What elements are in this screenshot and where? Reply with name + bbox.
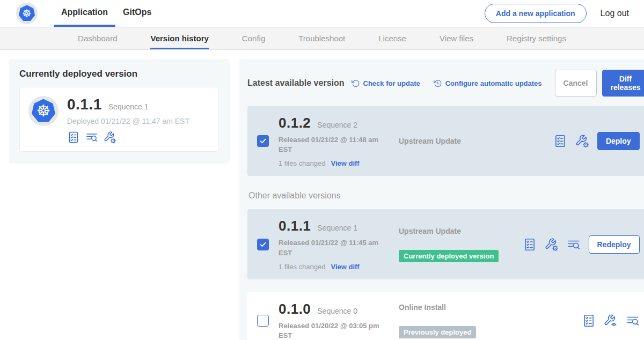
version-checkbox-0.1.2[interactable] (257, 135, 269, 147)
top-tab-gitops[interactable]: GitOps (115, 0, 159, 27)
configure-automatic-updates-link[interactable]: Configure automatic updates (433, 79, 542, 88)
version-number: 0.1.0 (279, 301, 311, 317)
status-badge: Previously deployed (399, 326, 476, 338)
version-row-0.1.0: 0.1.0Sequence 0Released 01/20/22 @ 03:05… (247, 292, 644, 340)
latest-available-title: Latest available version (247, 78, 345, 88)
top-tab-application[interactable]: Application (54, 0, 115, 27)
top-nav: ☸ ApplicationGitOps Add a new applicatio… (0, 0, 644, 27)
view-files-icon[interactable] (85, 131, 98, 144)
version-source-label: Upstream Update (399, 137, 548, 145)
check-for-update-link[interactable]: Check for update (351, 79, 420, 88)
available-versions-panel: Latest available version Check for updat… (239, 59, 644, 340)
release-timestamp: Released 01/20/22 @ 03:05 pm EST (279, 321, 383, 340)
subnav-item-license[interactable]: License (378, 27, 406, 49)
deployed-version-number: 0.1.1 (67, 96, 102, 113)
top-tabs: ApplicationGitOps (54, 0, 159, 27)
latest-version-list: 0.1.2Sequence 2Released 01/21/22 @ 11:48… (247, 106, 644, 176)
files-changed-label: 1 files changed (279, 159, 325, 167)
deployed-icon-row (67, 131, 189, 144)
main-content: Currently deployed version ☸ 0.1.1 Seque… (0, 50, 644, 340)
version-number: 0.1.2 (279, 115, 311, 131)
subnav-item-troubleshoot[interactable]: Troubleshoot (298, 27, 345, 49)
view-diff-link[interactable]: View diff (331, 263, 359, 271)
release-notes-icon[interactable] (523, 238, 537, 252)
subnav-item-registry-settings[interactable]: Registry settings (507, 27, 566, 49)
version-number: 0.1.1 (279, 218, 311, 234)
sequence-label: Sequence 2 (317, 121, 357, 129)
panel-header: Latest available version Check for updat… (247, 70, 644, 97)
release-timestamp: Released 01/21/22 @ 11:48 am EST (279, 135, 383, 154)
view-config-icon[interactable] (604, 314, 618, 328)
diff-releases-button[interactable]: Diff releases (602, 70, 644, 97)
release-notes-icon[interactable] (582, 314, 596, 328)
version-checkbox-0.1.1[interactable] (257, 239, 269, 250)
subnav-item-config[interactable]: Config (242, 27, 265, 49)
subnav-item-dashboard[interactable]: Dashboard (78, 27, 117, 49)
redeploy-button[interactable]: Redeploy (589, 235, 640, 254)
schedule-refresh-icon (433, 79, 442, 88)
kubernetes-wheel-icon: ☸ (32, 99, 56, 123)
deployed-version-card: ☸ 0.1.1 Sequence 1 Deployed 01/21/22 @ 1… (19, 87, 219, 152)
release-notes-icon[interactable] (553, 134, 567, 148)
view-diff-link[interactable]: View diff (331, 159, 359, 167)
logout-link[interactable]: Log out (601, 9, 629, 18)
version-source-label: Online Install (399, 303, 576, 312)
files-changed-label: 1 files changed (279, 263, 325, 271)
deployed-sequence-label: Sequence 1 (108, 102, 149, 111)
sub-nav: DashboardVersion historyConfigTroublesho… (0, 27, 644, 50)
deploy-button[interactable]: Deploy (597, 132, 640, 150)
cancel-button[interactable]: Cancel (555, 70, 597, 97)
deployed-card-title: Currently deployed version (19, 69, 219, 79)
currently-deployed-card: Currently deployed version ☸ 0.1.1 Seque… (9, 59, 230, 164)
refresh-icon (351, 79, 360, 88)
status-badge: Currently deployed version (399, 250, 499, 262)
kubernetes-wheel-icon: ☸ (19, 5, 35, 22)
app-logo: ☸ (16, 0, 38, 27)
edit-config-icon[interactable] (545, 238, 559, 252)
release-notes-icon[interactable] (67, 131, 80, 144)
other-version-list: 0.1.1Sequence 1Released 01/21/22 @ 11:45… (247, 209, 644, 340)
edit-config-icon[interactable] (575, 134, 589, 148)
version-row-0.1.1: 0.1.1Sequence 1Released 01/21/22 @ 11:45… (247, 209, 644, 279)
sequence-label: Sequence 1 (317, 224, 357, 232)
edit-config-icon[interactable] (104, 131, 116, 144)
release-timestamp: Released 01/21/22 @ 11:45 am EST (279, 238, 383, 257)
version-checkbox-0.1.0[interactable] (257, 315, 269, 327)
view-files-icon[interactable] (626, 314, 640, 328)
subnav-item-version-history[interactable]: Version history (150, 27, 208, 49)
add-application-button[interactable]: Add a new application (485, 4, 587, 23)
version-source-label: Upstream Update (399, 227, 517, 235)
sequence-label: Sequence 0 (317, 307, 357, 315)
version-row-0.1.2: 0.1.2Sequence 2Released 01/21/22 @ 11:48… (247, 106, 644, 176)
subnav-item-view-files[interactable]: View files (440, 27, 473, 49)
view-files-icon[interactable] (567, 238, 581, 252)
other-available-versions-title: Other available versions (248, 191, 644, 201)
deployed-timestamp: Deployed 01/21/22 @ 11:47 am EST (67, 117, 189, 125)
